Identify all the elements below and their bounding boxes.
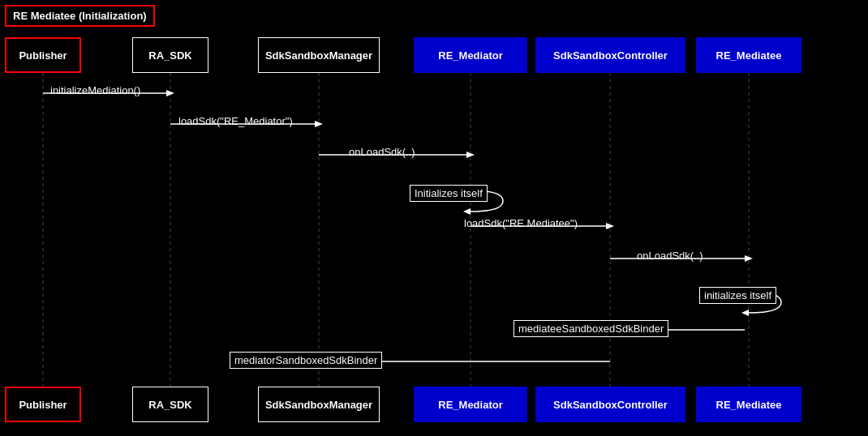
footer-ra-sdk-node: RA_SDK xyxy=(132,387,208,422)
initializes-itself-label: Initializes itself xyxy=(410,185,488,202)
header-re-mediator-node: RE_Mediator xyxy=(414,37,527,73)
footer-re-mediatee-node: RE_Mediatee xyxy=(696,387,801,422)
header-sdk-sandbox-controller-node: SdkSandboxController xyxy=(535,37,685,73)
on-load-sdk-top-label: onLoadSdk(..) xyxy=(349,146,415,158)
svg-marker-11 xyxy=(466,152,475,158)
svg-marker-16 xyxy=(745,255,753,262)
diagram-title: RE Mediatee (Initialization) xyxy=(5,5,155,27)
on-load-sdk-bottom-label: onLoadSdk(..) xyxy=(637,250,703,262)
svg-marker-17 xyxy=(741,310,749,316)
header-sdk-sandbox-manager-node: SdkSandboxManager xyxy=(258,37,380,73)
load-sdk-re-mediatee-label: loadSdk("RE Mediatee") xyxy=(464,217,578,229)
footer-re-mediator-node: RE_Mediator xyxy=(414,387,527,422)
sequence-diagram: RE Mediatee (Initialization) Publisher R… xyxy=(0,0,868,436)
initializes-itself-bottom-label: initializes itself xyxy=(699,287,776,304)
header-ra-sdk-node: RA_SDK xyxy=(132,37,208,73)
footer-sdk-sandbox-controller-node: SdkSandboxController xyxy=(535,387,685,422)
mediator-sandboxed-sdk-binder-label: mediatorSandboxedSdkBinder xyxy=(230,352,382,369)
mediatee-sandboxed-sdk-binder-label: mediateeSandboxedSdkBinder xyxy=(513,320,668,337)
header-re-mediatee-node: RE_Mediatee xyxy=(696,37,801,73)
initialize-mediation-label: initializeMediation() xyxy=(50,84,140,96)
svg-marker-12 xyxy=(463,208,471,215)
header-publisher-node: Publisher xyxy=(5,37,81,73)
svg-marker-9 xyxy=(315,121,323,127)
load-sdk-re-mediator-label: loadSdk("RE_Mediator") xyxy=(178,115,293,127)
svg-marker-7 xyxy=(166,90,174,96)
footer-publisher-node: Publisher xyxy=(5,387,81,422)
footer-sdk-sandbox-manager-node: SdkSandboxManager xyxy=(258,387,380,422)
svg-marker-14 xyxy=(606,223,614,229)
